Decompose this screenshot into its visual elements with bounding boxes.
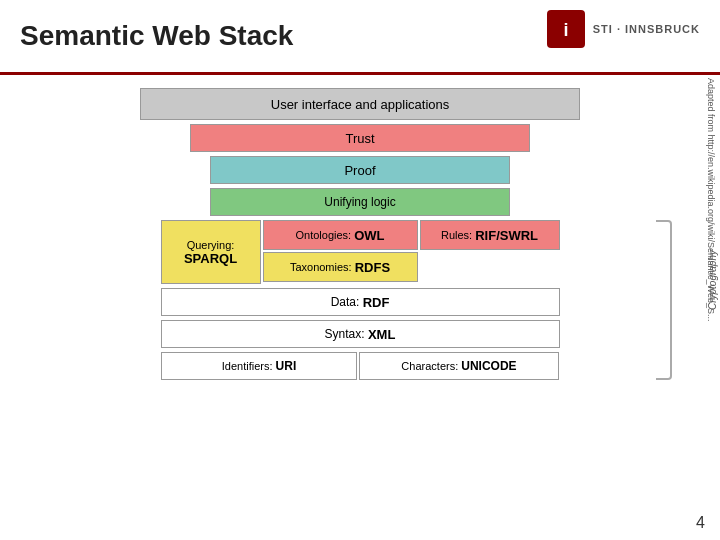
querying-label: Querying: — [187, 239, 235, 251]
layer-ontologies: Ontologies: OWL — [263, 220, 418, 250]
ontologies-label: Ontologies: — [295, 229, 351, 241]
page-number: 4 — [696, 514, 705, 532]
svg-text:i: i — [563, 20, 568, 40]
layer-unifying: Unifying logic — [210, 188, 510, 216]
stack-diagram: User interface and applications Trust Pr… — [70, 88, 650, 384]
layer-taxonomies: Taxonomies: RDFS — [263, 252, 418, 282]
layer-row-data: Data: RDF — [70, 288, 650, 316]
layer-data: Data: RDF — [161, 288, 560, 316]
querying-value: SPARQL — [184, 251, 237, 266]
layer-proof-label: Proof — [344, 163, 375, 178]
layer-row-unifying: Unifying logic — [70, 188, 650, 216]
layer-characters: Characters: UNICODE — [359, 352, 559, 380]
layer-proof: Proof — [210, 156, 510, 184]
ontologies-value: OWL — [354, 228, 384, 243]
layer-row-trust: Trust — [70, 124, 650, 152]
layer-row-ui: User interface and applications — [70, 88, 650, 120]
layer-row-ontologies: Querying: SPARQL Ontologies: OWL Taxonom… — [70, 220, 650, 284]
taxonomies-value: RDFS — [355, 260, 390, 275]
syntax-label: Syntax: — [325, 327, 365, 341]
identifiers-label: Identifiers: — [222, 360, 273, 372]
characters-value: UNICODE — [461, 359, 516, 373]
sti-logo-icon: i — [547, 10, 585, 48]
logo-area: i STI · INNSBRUCK — [547, 10, 700, 48]
layer-unifying-label: Unifying logic — [324, 195, 395, 209]
characters-label: Characters: — [401, 360, 458, 372]
layer-rules: Rules: RIF/SWRL — [420, 220, 560, 250]
layer-row-syntax: Syntax: XML — [70, 320, 650, 348]
layer-trust-label: Trust — [345, 131, 374, 146]
cryptography-label: Cryptography — [707, 250, 718, 310]
layer-trust: Trust — [190, 124, 530, 152]
data-label: Data: — [331, 295, 360, 309]
main-content: Adapted from http://en.wikipedia.org/wik… — [0, 78, 720, 540]
layer-row-bottom: Identifiers: URI Characters: UNICODE — [70, 352, 650, 380]
layer-ui-label: User interface and applications — [271, 97, 450, 112]
layer-querying: Querying: SPARQL — [161, 220, 261, 284]
layer-row-proof: Proof — [70, 156, 650, 184]
logo-text: STI · INNSBRUCK — [593, 23, 700, 35]
layer-ui: User interface and applications — [140, 88, 580, 120]
data-value: RDF — [363, 295, 390, 310]
header: Semantic Web Stack i STI · INNSBRUCK — [0, 0, 720, 75]
syntax-value: XML — [368, 327, 395, 342]
cryptography-bracket — [656, 220, 672, 380]
identifiers-value: URI — [276, 359, 297, 373]
taxonomies-label: Taxonomies: — [290, 261, 352, 273]
layer-syntax: Syntax: XML — [161, 320, 560, 348]
page-title: Semantic Web Stack — [20, 20, 293, 52]
rules-value: RIF/SWRL — [475, 228, 538, 243]
rules-label: Rules: — [441, 229, 472, 241]
layer-identifiers: Identifiers: URI — [161, 352, 357, 380]
